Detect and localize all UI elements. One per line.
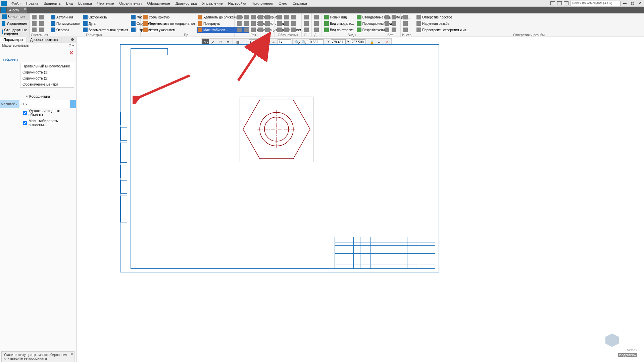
file-tab[interactable]: 4.cdw × [7,7,27,13]
layout-icon-2[interactable] [557,1,562,5]
tab-tree[interactable]: Дерево чертежа [27,37,62,43]
arrowview-button[interactable]: Вид по стрелке [323,27,355,33]
copy-button[interactable]: Копия указанием [142,27,196,33]
diag-btn3[interactable] [313,27,320,33]
tab-parameters[interactable]: Параметры [0,37,27,43]
coords-section-header[interactable]: ▾ Координаты [0,92,76,100]
annot-btn9[interactable] [290,27,297,33]
auxline-button[interactable]: Вспомогательная прямая [82,27,129,33]
file-tab-close-icon[interactable]: × [24,7,26,11]
annot-btn4[interactable] [276,20,283,27]
undo-button[interactable] [38,20,45,27]
viewscale-dropdown[interactable]: 1 ▾ [278,39,291,45]
minimize-button[interactable]: — [622,1,628,6]
list-item[interactable]: Окружность (1) [20,69,74,75]
layout-icon-1[interactable] [550,1,555,5]
dim-btn1[interactable] [236,14,243,20]
annot-btn1[interactable] [276,14,283,20]
ins-btn2[interactable] [391,14,397,20]
ins-btn1[interactable] [384,14,390,20]
canvas-area[interactable]: ✎▾ ／ ◠ ⊕ ▦ ⊥ СК 0 ▾ ▣ ⟐ 1 ▾ 🔍- 🔍+ X Y 🔒 … [77,37,644,362]
list-icon[interactable]: ≡ [72,44,74,47]
y-input[interactable] [351,39,365,45]
list-item[interactable]: Правильный многоугольник [20,63,74,69]
list-item[interactable]: Обозначение центра [20,81,74,87]
dim-btn9[interactable] [257,20,264,27]
status-hint-close-icon[interactable]: × [71,352,73,356]
dim-btn3[interactable] [250,14,257,20]
dim-btn2[interactable] [243,14,250,20]
constr-btn2[interactable] [303,20,310,27]
scale-field-label[interactable]: Масштаб▾ [0,100,19,108]
hole-simple-button[interactable]: Отверстие простое [415,14,470,20]
segment-button[interactable]: Отрезок [50,27,81,33]
menu-window[interactable]: Окно [276,1,290,6]
constr-btn3[interactable] [303,27,310,33]
arc-button[interactable]: Дуга [82,20,129,27]
newview-button[interactable]: Новый вид [323,14,355,20]
autoline-button[interactable]: Автолиния [50,14,81,20]
circle-button[interactable]: Окружность [82,14,129,20]
zoom-input[interactable] [309,39,324,45]
x-input[interactable] [331,39,346,45]
menu-help[interactable]: Справка [290,1,310,6]
tool-btn1[interactable] [402,14,409,20]
menu-manage[interactable]: Управление [199,1,225,6]
mode-manage[interactable]: Управление [0,20,29,27]
diag-btn2[interactable] [313,20,320,27]
menu-settings[interactable]: Настройка [226,1,249,6]
diag-btn1[interactable] [313,14,320,20]
menu-constraints[interactable]: Ограничения [116,1,144,6]
open-doc-button[interactable] [31,20,38,27]
menu-select[interactable]: Выделить [41,1,63,6]
menu-insert[interactable]: Вставка [76,1,95,6]
dim-btn5[interactable] [264,14,271,20]
annot-btn8[interactable] [283,27,290,33]
ins-btn6[interactable] [391,27,397,33]
rect-button[interactable]: Прямоугольник [50,20,81,27]
scale-input[interactable] [19,100,70,108]
command-search-input[interactable] [570,1,621,6]
dim-btn11[interactable] [236,27,243,33]
save-doc-button[interactable] [31,27,38,33]
redo-button[interactable] [38,27,45,33]
dim-btn7[interactable] [243,20,250,27]
menu-edit[interactable]: Правка [23,1,41,6]
objects-link[interactable]: Объекты [0,57,20,63]
tool-btn2[interactable] [402,20,409,27]
menu-diag[interactable]: Диагностика [173,1,200,6]
trim-button[interactable]: Усечь кривую [142,14,196,20]
menu-drawing[interactable]: Черчение [95,1,117,6]
hole-rebuild-button[interactable]: Перестроить отверстия и из... [415,27,470,33]
scale-extensions-checkbox[interactable] [23,121,27,125]
dim-btn4[interactable] [257,14,264,20]
print-button[interactable] [38,14,45,20]
annot-btn6[interactable] [290,20,297,27]
move-button[interactable]: Переместить по координатам [142,20,196,27]
ins-btn4[interactable] [391,20,397,27]
dim-btn15[interactable] [264,27,271,33]
maximize-button[interactable]: ▢ [629,1,635,6]
modelview-button[interactable]: Вид с модели... [323,20,355,27]
menu-apps[interactable]: Приложения [249,1,276,6]
cs-dropdown[interactable]: СК 0 ▾ [249,39,260,45]
mode-standard[interactable]: Стандартные изделия [0,27,29,37]
layout-icon-3[interactable] [564,1,568,5]
annot-btn5[interactable] [283,20,290,27]
dim-btn14[interactable] [257,27,264,33]
list-item[interactable]: Окружность (2) [20,75,74,81]
help-icon[interactable]: ? [69,44,71,47]
dim-btn8[interactable] [250,20,257,27]
menu-format[interactable]: Оформление [144,1,172,6]
hole-ext-button[interactable]: Наружная резьба [415,20,470,27]
close-window-button[interactable]: ✕ [637,1,643,6]
menu-file[interactable]: Файл [9,1,23,6]
ins-btn3[interactable] [384,20,390,27]
new-doc-button[interactable] [31,14,38,20]
dim-btn13[interactable] [250,27,257,33]
panel-settings-icon[interactable]: ⚙ [69,37,76,43]
mode-drawing[interactable]: Черчение [0,13,29,20]
annot-btn2[interactable] [283,14,290,20]
cancel-operation-icon[interactable]: ✕ [69,50,73,56]
dim-btn10[interactable] [264,20,271,27]
